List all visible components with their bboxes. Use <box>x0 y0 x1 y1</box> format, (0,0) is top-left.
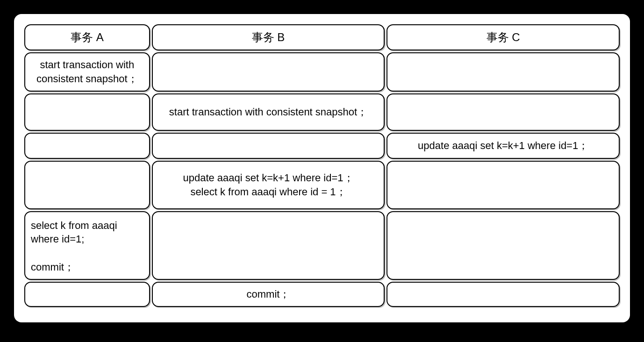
header-transaction-b: 事务 B <box>152 24 385 50</box>
cell-b-6: commit； <box>152 282 385 307</box>
table-header-row: 事务 A 事务 B 事务 C <box>24 24 620 50</box>
cell-a-1: start transaction with consistent snapsh… <box>24 52 150 91</box>
transaction-table: 事务 A 事务 B 事务 C start transaction with co… <box>22 22 622 309</box>
cell-b-3 <box>152 133 385 159</box>
cell-a-3 <box>24 133 150 159</box>
cell-c-1 <box>386 52 620 91</box>
table-row: update aaaqi set k=k+1 where id=1； selec… <box>24 161 620 209</box>
table-row: start transaction with consistent snapsh… <box>24 93 620 131</box>
cell-a-5: select k from aaaqi where id=1; commit； <box>24 211 150 280</box>
cell-c-5 <box>386 211 620 280</box>
cell-c-3: update aaaqi set k=k+1 where id=1； <box>386 133 620 159</box>
cell-b-5 <box>152 211 385 280</box>
cell-a-6 <box>24 282 150 307</box>
cell-b-2: start transaction with consistent snapsh… <box>152 93 385 131</box>
header-transaction-c: 事务 C <box>386 24 620 50</box>
table-row: start transaction with consistent snapsh… <box>24 52 620 91</box>
table-row: select k from aaaqi where id=1; commit； <box>24 211 620 280</box>
cell-c-4 <box>386 161 620 209</box>
table-row: commit； <box>24 282 620 307</box>
table-row: update aaaqi set k=k+1 where id=1； <box>24 133 620 159</box>
cell-c-2 <box>386 93 620 131</box>
cell-c-6 <box>386 282 620 307</box>
diagram-container: 事务 A 事务 B 事务 C start transaction with co… <box>14 14 630 322</box>
header-transaction-a: 事务 A <box>24 24 150 50</box>
cell-b-4: update aaaqi set k=k+1 where id=1； selec… <box>152 161 385 209</box>
cell-b-1 <box>152 52 385 91</box>
cell-a-2 <box>24 93 150 131</box>
cell-a-4 <box>24 161 150 209</box>
